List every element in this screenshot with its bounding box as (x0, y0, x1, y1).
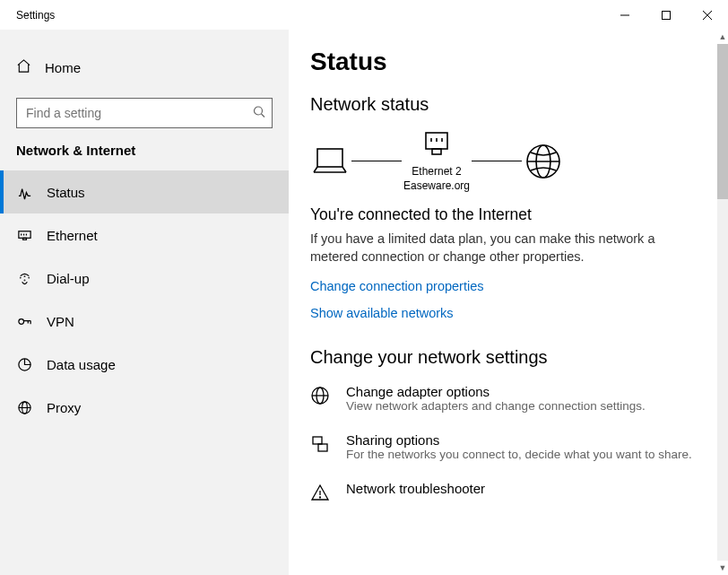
sidebar: Home Network & Internet Status (0, 30, 289, 575)
globe-icon (16, 400, 32, 415)
svg-point-12 (24, 275, 25, 276)
close-button[interactable] (687, 0, 728, 30)
svg-point-4 (255, 107, 263, 115)
show-available-networks-link[interactable]: Show available networks (310, 306, 701, 320)
window-title: Settings (16, 9, 55, 22)
svg-rect-32 (313, 437, 322, 444)
vpn-icon (16, 314, 32, 329)
network-troubleshooter-row[interactable]: Network troubleshooter (310, 481, 701, 505)
connector-line (351, 161, 402, 161)
svg-point-35 (320, 497, 321, 498)
svg-rect-20 (317, 149, 342, 167)
network-status-heading: Network status (310, 94, 701, 115)
setting-title: Change adapter options (346, 384, 646, 399)
page-title: Status (310, 48, 701, 76)
search-field[interactable] (16, 98, 273, 128)
laptop-icon (310, 145, 350, 178)
sharing-options-row[interactable]: Sharing options For the networks you con… (310, 432, 701, 461)
sidebar-item-label: VPN (47, 314, 74, 329)
scroll-up-arrow[interactable]: ▲ (717, 30, 728, 44)
minimize-button[interactable] (604, 0, 646, 30)
sidebar-nav: Status Ethernet Dial-up (0, 170, 289, 429)
scroll-down-arrow[interactable]: ▼ (717, 561, 728, 575)
ethernet-icon (16, 228, 32, 243)
svg-line-5 (262, 114, 265, 118)
svg-point-11 (20, 277, 21, 278)
sidebar-item-label: Data usage (47, 357, 116, 372)
svg-rect-1 (663, 11, 671, 19)
adapter-options-icon (310, 384, 332, 413)
adapter-icon: Ethernet 2 Easeware.org (403, 129, 470, 193)
search-icon (253, 106, 265, 121)
sidebar-item-proxy[interactable]: Proxy (0, 386, 289, 429)
home-label: Home (45, 60, 81, 75)
svg-rect-22 (432, 149, 441, 154)
svg-point-14 (24, 280, 25, 281)
adapter-name: Ethernet 2 (403, 165, 470, 179)
svg-rect-7 (22, 238, 26, 240)
datausage-icon (16, 357, 32, 372)
maximize-button[interactable] (646, 0, 687, 30)
change-settings-heading: Change your network settings (310, 347, 701, 368)
sharing-icon (310, 432, 332, 461)
connector-line (472, 161, 522, 161)
change-adapter-options-row[interactable]: Change adapter options View network adap… (310, 384, 701, 413)
svg-rect-33 (318, 444, 327, 451)
connected-heading: You're connected to the Internet (310, 205, 701, 224)
svg-point-15 (18, 318, 23, 324)
scroll-thumb[interactable] (717, 44, 728, 199)
vertical-scrollbar[interactable]: ▲ ▼ (717, 30, 728, 575)
content-pane: Status Network status Ethernet 2 Easewar… (289, 30, 728, 575)
sidebar-item-datausage[interactable]: Data usage (0, 343, 289, 386)
sidebar-item-dialup[interactable]: Dial-up (0, 257, 289, 300)
sidebar-item-ethernet[interactable]: Ethernet (0, 213, 289, 257)
internet-globe-icon (524, 142, 563, 181)
sidebar-category: Network & Internet (0, 143, 289, 158)
sidebar-item-label: Proxy (47, 400, 81, 415)
sidebar-item-vpn[interactable]: VPN (0, 300, 289, 343)
search-input[interactable] (16, 98, 273, 128)
svg-point-13 (28, 277, 29, 278)
setting-desc: View network adapters and change connect… (346, 399, 646, 413)
sidebar-item-label: Dial-up (47, 271, 90, 286)
setting-title: Sharing options (346, 432, 692, 448)
sidebar-item-label: Ethernet (47, 228, 98, 243)
sidebar-item-label: Status (47, 185, 85, 200)
sidebar-item-status[interactable]: Status (0, 170, 289, 213)
dialup-icon (16, 271, 32, 286)
adapter-domain: Easeware.org (403, 179, 470, 194)
scroll-track[interactable] (717, 44, 728, 561)
connected-desc: If you have a limited data plan, you can… (310, 230, 696, 266)
troubleshooter-icon (310, 481, 332, 505)
svg-rect-6 (18, 231, 30, 238)
setting-title: Network troubleshooter (346, 481, 485, 496)
titlebar: Settings (0, 0, 728, 30)
home-icon (16, 58, 31, 76)
change-connection-properties-link[interactable]: Change connection properties (310, 279, 701, 293)
home-button[interactable]: Home (0, 49, 289, 85)
network-diagram: Ethernet 2 Easeware.org (310, 129, 701, 193)
status-icon (16, 185, 32, 200)
setting-desc: For the networks you connect to, decide … (346, 448, 692, 461)
